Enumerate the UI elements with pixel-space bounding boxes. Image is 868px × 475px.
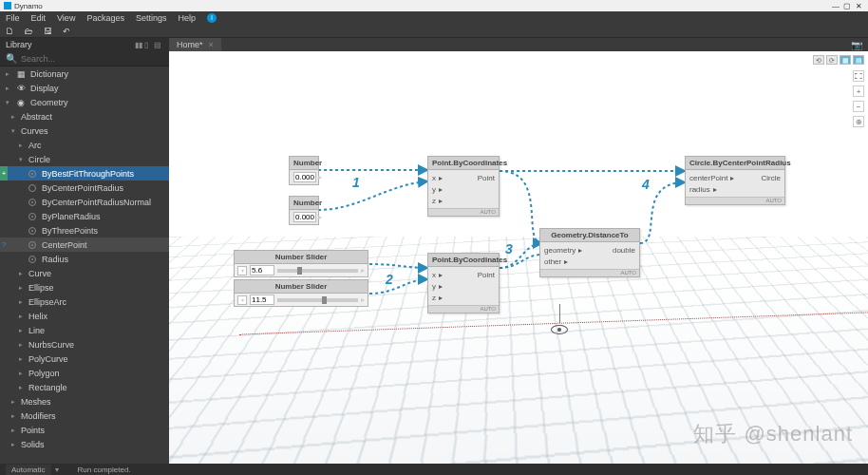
output-port-icon[interactable]: ▸ xyxy=(361,266,365,275)
slider-handle[interactable] xyxy=(322,296,327,304)
tree-bybestfit[interactable]: +ByBestFitThroughPoints xyxy=(0,166,169,180)
input-port-geometry[interactable]: geometry xyxy=(544,246,576,255)
save-icon[interactable]: 🖫 xyxy=(44,27,53,36)
library-layout1-icon[interactable]: ▮▮ xyxy=(135,41,144,49)
tree-solids[interactable]: ▸Solids xyxy=(0,437,169,451)
tree-byplaneradius[interactable]: ByPlaneRadius xyxy=(0,209,169,223)
tree-polygon[interactable]: ▸Polygon xyxy=(0,366,169,380)
node-geometry-distanceto[interactable]: Geometry.DistanceTo geometry▸ other▸ dou… xyxy=(539,228,640,277)
output-port[interactable]: Point xyxy=(478,271,495,279)
tree-helix[interactable]: ▸Helix xyxy=(0,309,169,323)
tree-dictionary[interactable]: ▸▦Dictionary xyxy=(0,66,169,81)
input-port-y[interactable]: y xyxy=(432,282,436,291)
slider-track[interactable] xyxy=(277,269,358,273)
tree-curves[interactable]: ▾Curves xyxy=(0,124,169,138)
minimize-button[interactable]: — xyxy=(830,2,841,10)
slider-dropdown-icon[interactable]: ▾ xyxy=(237,266,247,276)
orbit-gizmo-icon[interactable] xyxy=(551,325,568,334)
run-mode[interactable]: Automatic xyxy=(6,465,51,475)
tab-home[interactable]: Home* × xyxy=(169,38,221,51)
output-port[interactable]: double xyxy=(613,246,635,255)
tree-line[interactable]: ▸Line xyxy=(0,323,169,337)
slider-track[interactable] xyxy=(277,298,358,302)
menu-help[interactable]: Help xyxy=(178,13,196,23)
tree-bycenterradiusnormal[interactable]: ByCenterPointRadiusNormal xyxy=(0,195,169,209)
fit-view-icon[interactable]: ⛶ xyxy=(853,70,864,82)
tree-arc[interactable]: ▸Arc xyxy=(0,138,169,152)
workspace[interactable]: Home* × 📷 ⟲ ⟳ ▦ ▤ ⛶ + − ⊕ xyxy=(169,38,868,464)
slider-value-input[interactable] xyxy=(250,294,274,305)
search-input[interactable] xyxy=(21,54,163,64)
output-port-icon[interactable]: ▸ xyxy=(361,295,365,304)
slider-dropdown-icon[interactable]: ▾ xyxy=(237,295,247,305)
input-port-z[interactable]: z xyxy=(432,197,436,205)
node-number-slider-1[interactable]: Number Slider ▾ ▸ xyxy=(234,250,368,277)
view-3d-icon[interactable]: ▦ xyxy=(840,55,851,65)
menu-edit[interactable]: Edit xyxy=(31,13,47,23)
menu-packages[interactable]: Packages xyxy=(86,13,124,23)
tree-polycurve[interactable]: ▸PolyCurve xyxy=(0,352,169,366)
tree-curve[interactable]: ▸Curve xyxy=(0,266,169,280)
tree-meshes[interactable]: ▸Meshes xyxy=(0,394,169,408)
library-tree[interactable]: ▸▦Dictionary ▸👁Display ▾◉Geometry ▸Abstr… xyxy=(0,66,169,464)
slider-handle[interactable] xyxy=(297,267,302,275)
input-port-z[interactable]: z xyxy=(432,294,436,302)
close-button[interactable]: ✕ xyxy=(853,2,864,10)
node-lacing: AUTO xyxy=(428,208,499,216)
number-input[interactable] xyxy=(293,212,316,222)
view-sync-icon[interactable]: ⟳ xyxy=(826,55,838,65)
tree-modifiers[interactable]: ▸Modifiers xyxy=(0,408,169,423)
node-number-slider-2[interactable]: Number Slider ▾ ▸ xyxy=(234,279,368,307)
input-port-radius[interactable]: radius xyxy=(689,185,710,194)
tree-geometry[interactable]: ▾◉Geometry xyxy=(0,95,169,109)
run-mode-dropdown-icon[interactable]: ▾ xyxy=(55,466,59,474)
menu-settings[interactable]: Settings xyxy=(136,13,167,23)
input-port-x[interactable]: x xyxy=(432,271,436,279)
view-link-icon[interactable]: ⟲ xyxy=(813,55,824,65)
node-point-bycoordinates-1[interactable]: Point.ByCoordinates x▸ y▸ z▸ Point AUTO xyxy=(427,156,500,217)
slider-value-input[interactable] xyxy=(250,265,274,276)
tree-radius[interactable]: Radius xyxy=(0,252,169,266)
tree-ellipse[interactable]: ▸Ellipse xyxy=(0,280,169,294)
node-number-1[interactable]: Number ▸ xyxy=(289,156,319,185)
output-port-icon[interactable]: ▸ xyxy=(318,213,322,221)
maximize-button[interactable]: ▢ xyxy=(841,2,853,10)
tree-rectangle[interactable]: ▸Rectangle xyxy=(0,380,169,394)
tree-points[interactable]: ▸Points xyxy=(0,423,169,437)
tree-circle[interactable]: ▾Circle xyxy=(0,152,169,166)
library-layout3-icon[interactable]: ▤ xyxy=(154,41,163,49)
menu-file[interactable]: File xyxy=(6,13,20,23)
new-file-icon[interactable]: 🗋 xyxy=(6,27,15,36)
node-circle-bycenterpointradius[interactable]: Circle.ByCenterPointRadius centerPoint▸ … xyxy=(685,156,785,205)
info-icon[interactable]: i xyxy=(207,13,217,23)
open-file-icon[interactable]: 🗁 xyxy=(25,27,34,36)
zoom-reset-icon[interactable]: ⊕ xyxy=(853,116,864,127)
tree-abstract[interactable]: ▸Abstract xyxy=(0,109,169,124)
output-port[interactable]: Circle xyxy=(762,174,781,182)
camera-icon[interactable]: 📷 xyxy=(851,40,862,50)
undo-icon[interactable]: ↶ xyxy=(63,27,72,36)
node-point-bycoordinates-2[interactable]: Point.ByCoordinates x▸ y▸ z▸ Point AUTO xyxy=(427,253,500,314)
tree-ellipsearc[interactable]: ▸EllipseArc xyxy=(0,294,169,309)
canvas[interactable]: ⟲ ⟳ ▦ ▤ ⛶ + − ⊕ xyxy=(169,51,868,464)
view-graph-icon[interactable]: ▤ xyxy=(853,55,864,65)
tree-centerpoint[interactable]: ?CenterPoint xyxy=(0,238,169,252)
number-input[interactable] xyxy=(293,172,316,182)
tree-display[interactable]: ▸👁Display xyxy=(0,81,169,95)
tree-bycenterradius[interactable]: ByCenterPointRadius xyxy=(0,180,169,195)
tab-close-icon[interactable]: × xyxy=(209,40,214,49)
zoom-in-icon[interactable]: + xyxy=(853,86,864,97)
input-port-other[interactable]: other xyxy=(544,257,561,266)
input-port-y[interactable]: y xyxy=(432,185,436,194)
zoom-out-icon[interactable]: − xyxy=(853,101,864,112)
library-layout2-icon[interactable]: ▯ xyxy=(144,41,154,49)
node-title: Geometry.DistanceTo xyxy=(540,229,639,242)
input-port-centerpoint[interactable]: centerPoint xyxy=(689,174,727,182)
node-number-2[interactable]: Number ▸ xyxy=(289,196,319,225)
output-port-icon[interactable]: ▸ xyxy=(318,173,322,181)
output-port[interactable]: Point xyxy=(478,174,495,182)
tree-bythreepoints[interactable]: ByThreePoints xyxy=(0,223,169,238)
tree-nurbscurve[interactable]: ▸NurbsCurve xyxy=(0,337,169,352)
menu-view[interactable]: View xyxy=(57,13,75,23)
input-port-x[interactable]: x xyxy=(432,174,436,182)
